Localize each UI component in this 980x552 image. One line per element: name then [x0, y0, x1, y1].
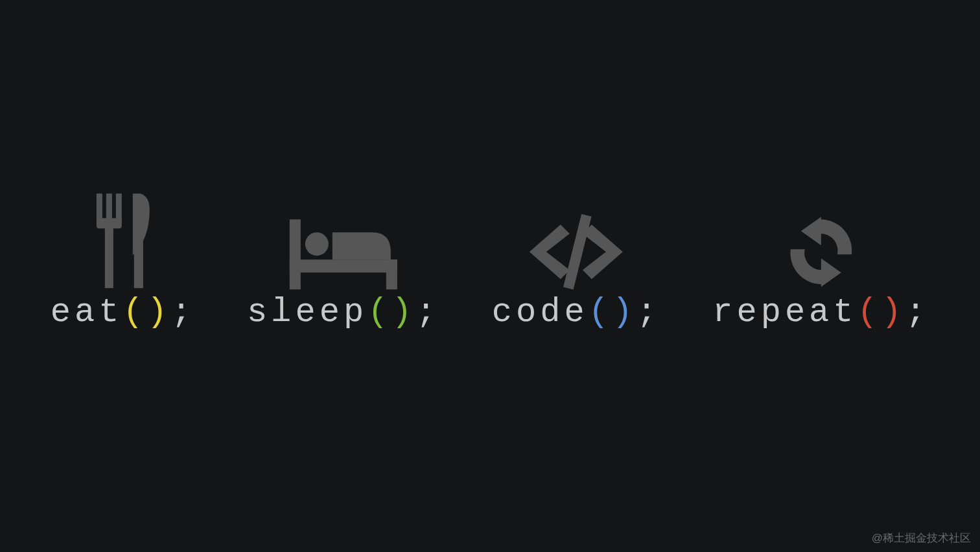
semicolon: ;: [636, 293, 660, 331]
item-repeat: repeat();: [712, 193, 929, 331]
refresh-icon: [779, 193, 863, 291]
paren-open: (: [368, 293, 391, 331]
svg-rect-5: [134, 232, 143, 288]
svg-rect-8: [290, 259, 397, 272]
paren-close: ): [612, 293, 636, 331]
svg-rect-4: [104, 226, 113, 288]
paren-open: (: [589, 293, 612, 331]
svg-rect-10: [563, 213, 592, 289]
semicolon: ;: [905, 293, 929, 331]
paren-close: ): [147, 293, 171, 331]
item-sleep: sleep();: [247, 193, 440, 331]
item-code: code();: [492, 193, 660, 331]
code-icon: [524, 193, 628, 291]
word-text: sleep: [247, 293, 368, 331]
item-eat: eat();: [51, 193, 195, 331]
label-repeat: repeat();: [712, 293, 929, 331]
label-sleep: sleep();: [247, 293, 440, 331]
paren-close: ): [391, 293, 415, 331]
watermark: @稀土掘金技术社区: [872, 531, 971, 546]
utensils-icon: [87, 193, 158, 291]
paren-close: ): [881, 293, 905, 331]
word-text: repeat: [712, 293, 857, 331]
paren-open: (: [122, 293, 146, 331]
svg-rect-1: [106, 193, 111, 221]
semicolon: ;: [416, 293, 440, 331]
svg-rect-2: [115, 193, 121, 221]
mantra-row: eat(); sleep();: [51, 193, 929, 331]
svg-rect-0: [96, 193, 102, 221]
paren-open: (: [858, 293, 881, 331]
word-text: eat: [51, 293, 123, 331]
svg-rect-9: [386, 259, 397, 289]
label-eat: eat();: [51, 293, 195, 331]
svg-rect-6: [290, 219, 301, 289]
svg-point-7: [305, 232, 329, 256]
bed-icon: [288, 193, 399, 291]
label-code: code();: [492, 293, 660, 331]
word-text: code: [492, 293, 589, 331]
semicolon: ;: [171, 293, 195, 331]
